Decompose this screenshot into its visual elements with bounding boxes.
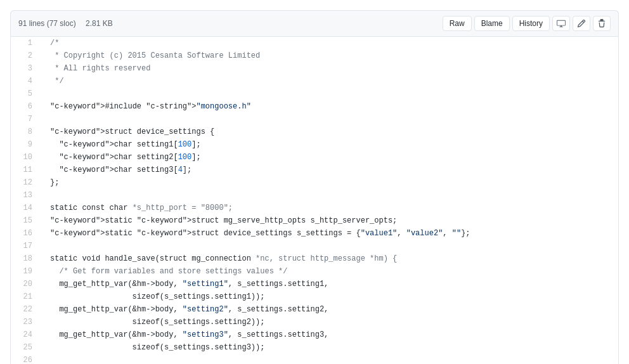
line-content: static void handle_save(struct mg_connec…: [42, 252, 618, 265]
pencil-icon: [577, 19, 586, 28]
line-number: 10: [11, 151, 42, 164]
table-row: 9 "c-keyword">char setting1[100];: [11, 138, 618, 151]
table-row: 22 mg_get_http_var(&hm->body, "setting2"…: [11, 303, 618, 316]
line-content: [42, 189, 618, 202]
table-row: 26: [11, 354, 618, 364]
line-content: * Copyright (c) 2015 Cesanta Software Li…: [42, 49, 618, 62]
file-meta: 91 lines (77 sloc) 2.81 KB: [18, 19, 120, 28]
table-row: 18static void handle_save(struct mg_conn…: [11, 252, 618, 265]
line-number: 11: [11, 164, 42, 176]
table-row: 17: [11, 240, 618, 252]
line-number: 17: [11, 240, 42, 252]
line-content: sizeof(s_settings.setting3));: [42, 341, 618, 354]
delete-icon-button[interactable]: [593, 16, 611, 31]
line-number: 14: [11, 202, 42, 214]
table-row: 16"c-keyword">static "c-keyword">struct …: [11, 227, 618, 240]
line-number: 19: [11, 265, 42, 278]
line-number: 12: [11, 176, 42, 189]
line-content: "c-keyword">char setting3[4];: [42, 164, 618, 176]
trash-icon: [597, 19, 606, 28]
line-number: 5: [11, 88, 42, 100]
line-number: 7: [11, 113, 42, 126]
line-content: "c-keyword">#include "c-string">"mongoos…: [42, 100, 618, 113]
line-number: 20: [11, 278, 42, 290]
line-content: /*: [42, 37, 618, 49]
table-row: 24 mg_get_http_var(&hm->body, "setting3"…: [11, 328, 618, 341]
line-content: };: [42, 176, 618, 189]
line-content: mg_get_http_var(&hm->body, "setting1", s…: [42, 278, 618, 290]
line-content: [42, 88, 618, 100]
line-content: "c-keyword">static "c-keyword">struct mg…: [42, 214, 618, 227]
line-content: "c-keyword">struct device_settings {: [42, 126, 618, 138]
line-content: "c-keyword">char setting1[100];: [42, 138, 618, 151]
line-number: 15: [11, 214, 42, 227]
line-number: 23: [11, 316, 42, 328]
blame-button[interactable]: Blame: [474, 16, 510, 31]
line-content: [42, 113, 618, 126]
table-row: 21 sizeof(s_settings.setting1));: [11, 290, 618, 303]
table-row: 15"c-keyword">static "c-keyword">struct …: [11, 214, 618, 227]
table-row: 12};: [11, 176, 618, 189]
edit-icon-button[interactable]: [573, 16, 590, 31]
line-content: mg_get_http_var(&hm->body, "setting3", s…: [42, 328, 618, 341]
file-header: 91 lines (77 sloc) 2.81 KB Raw Blame His…: [10, 10, 619, 36]
line-number: 3: [11, 62, 42, 75]
file-size: 2.81 KB: [86, 19, 113, 28]
desktop-icon: [557, 19, 566, 28]
code-table: 1/*2 * Copyright (c) 2015 Cesanta Softwa…: [11, 37, 618, 364]
history-button[interactable]: History: [512, 16, 550, 31]
table-row: 6"c-keyword">#include "c-string">"mongoo…: [11, 100, 618, 113]
line-content: [42, 354, 618, 364]
code-container: 1/*2 * Copyright (c) 2015 Cesanta Softwa…: [10, 36, 619, 364]
line-number: 21: [11, 290, 42, 303]
line-number: 8: [11, 126, 42, 138]
line-number: 1: [11, 37, 42, 49]
line-number: 16: [11, 227, 42, 240]
line-number: 26: [11, 354, 42, 364]
line-content: * All rights reserved: [42, 62, 618, 75]
line-number: 22: [11, 303, 42, 316]
table-row: 20 mg_get_http_var(&hm->body, "setting1"…: [11, 278, 618, 290]
table-row: 2 * Copyright (c) 2015 Cesanta Software …: [11, 49, 618, 62]
table-row: 7: [11, 113, 618, 126]
line-number: 13: [11, 189, 42, 202]
line-number: 18: [11, 252, 42, 265]
line-number: 4: [11, 75, 42, 88]
table-row: 3 * All rights reserved: [11, 62, 618, 75]
table-row: 8"c-keyword">struct device_settings {: [11, 126, 618, 138]
line-content: sizeof(s_settings.setting1));: [42, 290, 618, 303]
raw-button[interactable]: Raw: [443, 16, 472, 31]
table-row: 14static const char *s_http_port = "8000…: [11, 202, 618, 214]
line-content: [42, 240, 618, 252]
table-row: 1/*: [11, 37, 618, 49]
line-number: 24: [11, 328, 42, 341]
line-content: "c-keyword">char setting2[100];: [42, 151, 618, 164]
table-row: 5: [11, 88, 618, 100]
line-content: /* Get form variables and store settings…: [42, 265, 618, 278]
line-number: 2: [11, 49, 42, 62]
table-row: 25 sizeof(s_settings.setting3));: [11, 341, 618, 354]
table-row: 19 /* Get form variables and store setti…: [11, 265, 618, 278]
line-number: 25: [11, 341, 42, 354]
file-actions: Raw Blame History: [443, 16, 611, 31]
table-row: 4 */: [11, 75, 618, 88]
line-number: 9: [11, 138, 42, 151]
line-content: static const char *s_http_port = "8000";: [42, 202, 618, 214]
line-content: sizeof(s_settings.setting2));: [42, 316, 618, 328]
desktop-icon-button[interactable]: [552, 16, 570, 31]
table-row: 23 sizeof(s_settings.setting2));: [11, 316, 618, 328]
table-row: 11 "c-keyword">char setting3[4];: [11, 164, 618, 176]
line-count: 91 lines (77 sloc): [18, 19, 76, 28]
table-row: 13: [11, 189, 618, 202]
line-number: 6: [11, 100, 42, 113]
line-content: */: [42, 75, 618, 88]
line-content: mg_get_http_var(&hm->body, "setting2", s…: [42, 303, 618, 316]
table-row: 10 "c-keyword">char setting2[100];: [11, 151, 618, 164]
line-content: "c-keyword">static "c-keyword">struct de…: [42, 227, 618, 240]
